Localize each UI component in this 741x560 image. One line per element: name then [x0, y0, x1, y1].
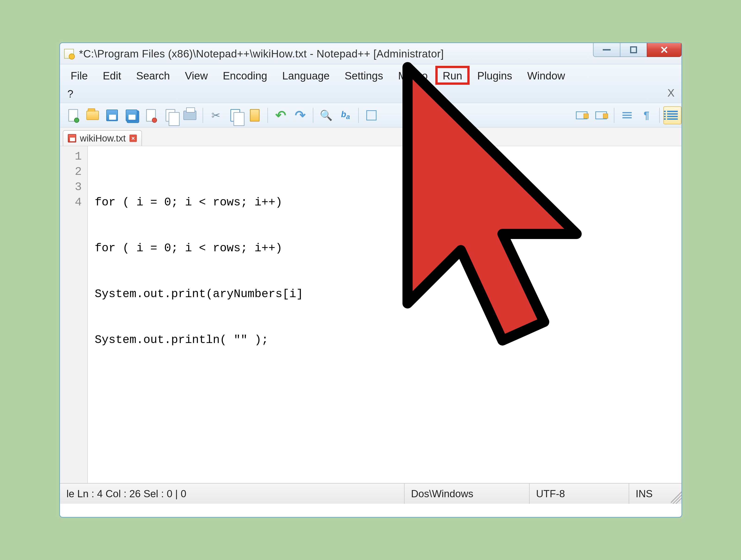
undo-icon: ↶ — [275, 108, 286, 123]
cut-button[interactable]: ✂ — [207, 106, 225, 124]
toggle-panel-2-button[interactable] — [592, 106, 610, 124]
close-icon: ✕ — [660, 44, 669, 56]
toolbar-separator — [614, 108, 614, 123]
toolbar-separator — [358, 108, 359, 123]
line-number-gutter: 1 2 3 4 — [60, 146, 88, 483]
show-symbol-button[interactable]: ¶ — [637, 106, 656, 124]
panel-icon — [576, 111, 588, 119]
toolbar-separator — [203, 108, 203, 123]
function-list-button[interactable] — [663, 106, 681, 124]
indent-icon — [622, 112, 632, 118]
folder-open-icon — [86, 111, 99, 120]
status-insert-mode: INS — [629, 484, 671, 504]
app-window: *C:\Program Files (x86)\Notepad++\wikiHo… — [59, 42, 682, 518]
zoom-in-icon — [366, 110, 377, 120]
undo-button[interactable]: ↶ — [272, 106, 290, 124]
menu-file[interactable]: File — [65, 67, 94, 85]
menu-window[interactable]: Window — [521, 67, 571, 85]
tab-close-button[interactable]: × — [129, 135, 137, 142]
menu-edit[interactable]: Edit — [97, 67, 127, 85]
toolbar-separator — [313, 108, 313, 123]
menu-settings[interactable]: Settings — [339, 67, 389, 85]
minimize-button[interactable] — [593, 43, 620, 57]
resize-grip[interactable] — [671, 484, 681, 504]
menu-run[interactable]: Run — [437, 67, 468, 85]
binoculars-icon: 🔍 — [320, 109, 333, 121]
code-line: System.out.print(aryNumbers[i] — [95, 287, 681, 302]
replace-button[interactable]: ba — [336, 106, 354, 124]
status-bar: le Ln : 4 Col : 26 Sel : 0 | 0 Dos\Windo… — [60, 483, 681, 504]
close-all-icon — [165, 109, 175, 122]
maximize-button[interactable] — [620, 43, 647, 57]
unsaved-file-icon — [68, 134, 76, 142]
toggle-panel-button[interactable] — [572, 106, 591, 124]
menu-help[interactable]: ? — [65, 85, 76, 103]
menu-bar: File Edit Search View Encoding Language … — [60, 64, 681, 103]
tab-wikihow[interactable]: wikiHow.txt × — [63, 130, 142, 146]
list-icon — [667, 111, 678, 120]
status-eol: Dos\Windows — [405, 484, 530, 504]
printer-icon — [183, 111, 196, 120]
menu-search[interactable]: Search — [130, 67, 176, 85]
panel-2-icon — [595, 111, 607, 119]
code-area[interactable]: for ( i = 0; i < rows; i++) for ( i = 0;… — [88, 146, 681, 483]
status-position: le Ln : 4 Col : 26 Sel : 0 | 0 — [60, 484, 405, 504]
tab-strip: wikiHow.txt × — [60, 128, 681, 146]
toolbar-separator — [267, 108, 268, 123]
redo-icon: ↷ — [295, 108, 306, 123]
copy-icon — [230, 109, 240, 122]
save-all-icon — [126, 110, 137, 121]
code-line: for ( i = 0; i < rows; i++) — [95, 195, 681, 210]
close-file-icon — [146, 109, 156, 122]
minimize-icon — [603, 49, 611, 51]
menu-encoding[interactable]: Encoding — [217, 67, 273, 85]
window-controls: ✕ — [594, 43, 681, 64]
titlebar[interactable]: *C:\Program Files (x86)\Notepad++\wikiHo… — [60, 43, 681, 64]
line-number: 2 — [60, 164, 82, 180]
line-number: 4 — [60, 195, 82, 210]
print-button[interactable] — [181, 106, 199, 124]
save-all-button[interactable] — [123, 106, 141, 124]
replace-icon: ba — [341, 110, 350, 121]
line-number: 1 — [60, 149, 82, 164]
save-icon — [106, 110, 118, 121]
paste-icon — [250, 109, 260, 122]
save-button[interactable] — [103, 106, 121, 124]
redo-button[interactable]: ↷ — [291, 106, 309, 124]
menu-plugins[interactable]: Plugins — [471, 67, 518, 85]
find-button[interactable]: 🔍 — [317, 106, 335, 124]
menu-close-x[interactable]: X — [667, 84, 675, 102]
tab-close-icon: × — [131, 135, 135, 142]
paste-button[interactable] — [246, 106, 264, 124]
status-encoding: UTF-8 — [530, 484, 629, 504]
tab-label: wikiHow.txt — [80, 133, 126, 143]
line-number: 3 — [60, 180, 82, 195]
close-file-button[interactable] — [142, 106, 160, 124]
menu-view[interactable]: View — [179, 67, 214, 85]
new-file-button[interactable] — [64, 106, 82, 124]
editor[interactable]: 1 2 3 4 for ( i = 0; i < rows; i++) for … — [60, 146, 681, 483]
toolbar-separator — [659, 108, 660, 123]
indent-button[interactable] — [618, 106, 636, 124]
toolbar: ✂ ↶ ↷ 🔍 ba ¶ — [60, 103, 681, 128]
close-all-button[interactable] — [161, 106, 180, 124]
menu-language[interactable]: Language — [276, 67, 336, 85]
code-line: System.out.println( "" ); — [95, 332, 681, 348]
new-file-icon — [68, 109, 78, 122]
copy-button[interactable] — [226, 106, 244, 124]
menu-macro[interactable]: Macro — [392, 67, 434, 85]
maximize-icon — [630, 46, 637, 53]
close-button[interactable]: ✕ — [647, 43, 681, 57]
zoom-in-button[interactable] — [362, 106, 381, 124]
window-title: *C:\Program Files (x86)\Notepad++\wikiHo… — [79, 48, 594, 60]
open-file-button[interactable] — [84, 106, 102, 124]
scissors-icon: ✂ — [211, 109, 220, 122]
app-icon — [64, 49, 74, 59]
pilcrow-icon: ¶ — [644, 110, 649, 121]
code-line: for ( i = 0; i < rows; i++) — [95, 241, 681, 256]
